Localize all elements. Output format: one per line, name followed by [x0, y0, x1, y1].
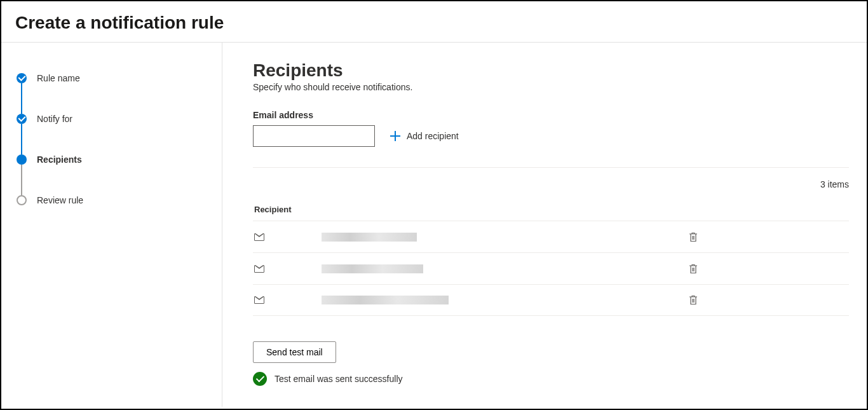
- recipients-table: Recipient: [253, 205, 849, 316]
- current-step-icon: [17, 154, 27, 165]
- table-row: [253, 221, 849, 252]
- mail-icon: [254, 296, 264, 304]
- divider: [253, 167, 849, 168]
- column-header-recipient: Recipient: [253, 205, 849, 221]
- step-label: Notify for: [37, 114, 72, 124]
- step-label: Recipients: [37, 154, 82, 165]
- step-label: Rule name: [37, 73, 80, 83]
- step-rule-name[interactable]: Rule name: [17, 73, 222, 83]
- trash-icon: [689, 295, 698, 305]
- step-recipients[interactable]: Recipients: [17, 154, 222, 165]
- recipient-email: [322, 264, 423, 273]
- add-recipient-label: Add recipient: [407, 131, 459, 141]
- plus-icon: [390, 131, 400, 141]
- checkmark-icon: [17, 73, 27, 83]
- wizard-steps-sidebar: Rule name Notify for Recipients Review r…: [1, 43, 222, 407]
- status-message: Test email was sent successfully: [253, 372, 849, 386]
- step-connector: [21, 124, 22, 154]
- email-label: Email address: [253, 110, 849, 120]
- step-connector: [21, 83, 22, 114]
- delete-recipient-button[interactable]: [685, 291, 702, 309]
- send-test-mail-button[interactable]: Send test mail: [253, 341, 336, 363]
- page-header: Create a notification rule: [1, 1, 867, 43]
- checkmark-icon: [17, 114, 27, 124]
- mail-icon: [254, 233, 264, 241]
- trash-icon: [689, 232, 698, 242]
- section-subtitle: Specify who should receive notifications…: [253, 82, 849, 92]
- step-label: Review rule: [37, 195, 83, 205]
- step-connector: [21, 165, 22, 195]
- delete-recipient-button[interactable]: [685, 228, 702, 246]
- mail-icon: [254, 265, 264, 273]
- email-input[interactable]: [253, 125, 375, 147]
- items-count: 3 items: [253, 179, 849, 189]
- add-recipient-button[interactable]: Add recipient: [389, 128, 460, 144]
- step-notify-for[interactable]: Notify for: [17, 114, 222, 124]
- section-heading: Recipients: [253, 60, 849, 81]
- status-text: Test email was sent successfully: [275, 374, 403, 384]
- step-review-rule[interactable]: Review rule: [17, 195, 222, 205]
- table-row: [253, 252, 849, 284]
- page-title: Create a notification rule: [15, 13, 867, 33]
- recipient-email: [322, 233, 417, 242]
- recipient-email: [322, 296, 449, 304]
- main-content: Recipients Specify who should receive no…: [222, 43, 867, 407]
- success-checkmark-icon: [253, 372, 267, 386]
- table-row: [253, 284, 849, 316]
- delete-recipient-button[interactable]: [685, 260, 702, 278]
- upcoming-step-icon: [17, 195, 27, 205]
- trash-icon: [689, 264, 698, 274]
